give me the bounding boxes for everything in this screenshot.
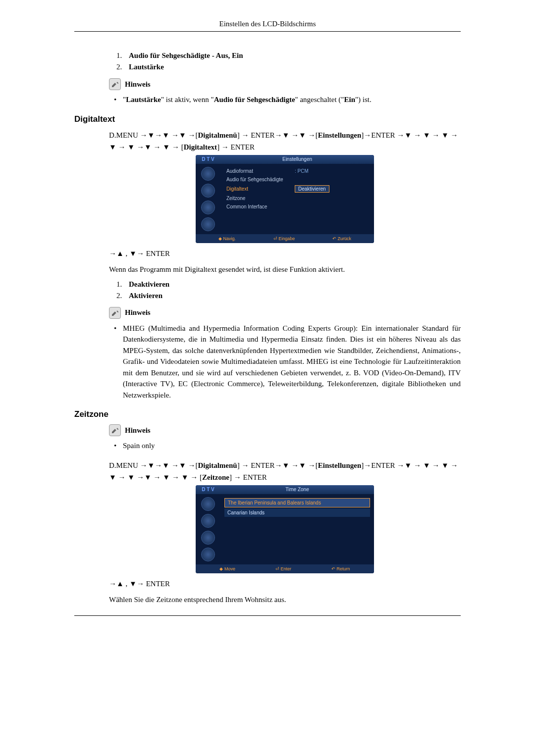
menu-title: Einstellungen <box>220 156 374 162</box>
hint-label: Hinweis <box>125 80 151 89</box>
hint-label: Hinweis <box>125 426 151 435</box>
pencil-note-icon <box>109 307 121 319</box>
nav-hint: ◆ Move <box>219 566 235 571</box>
nav-path: D.MENU →▼→▼ →▼ →[Digitalmenü] → ENTER→▼ … <box>109 129 461 153</box>
footer-rule <box>74 615 461 616</box>
menu-item-zeitzone: Zeitzone <box>226 196 291 201</box>
pencil-note-icon <box>109 78 121 90</box>
nav-path: →▲ , ▼→ ENTER <box>109 578 461 590</box>
list-item: MHEG (Multimedia and Hypermedia Informat… <box>109 323 461 401</box>
hint-block: Hinweis <box>109 78 461 90</box>
list-item: Deaktivieren <box>124 280 461 289</box>
menu-selected-value: Deaktivieren <box>295 185 329 193</box>
tv-menu-einstellungen: D T V Einstellungen Audioformat: PCM Aud… <box>196 155 374 243</box>
menu-item-audioformat: Audioformat <box>226 168 291 174</box>
section-digitaltext: Digitaltext <box>74 114 461 124</box>
timezone-option-selected: The Iberian Peninsula and Balears Island… <box>224 498 370 507</box>
nav-path: D.MENU →▼→▼ →▼ →[Digitalmenü] → ENTER→▼ … <box>109 459 461 483</box>
list-item: "Lautstärke" ist aktiv, wenn "Audio für … <box>109 94 461 105</box>
language-icon <box>201 217 215 231</box>
intro-list: Audio für Sehgeschädigte - Aus, Ein Laut… <box>124 51 461 71</box>
gear-icon <box>201 201 215 214</box>
menu-item-ci: Common Interface <box>226 204 291 209</box>
return-hint: ↶ Return <box>331 566 350 571</box>
globe-icon <box>201 167 215 181</box>
timezone-option: Canarian Islands <box>224 508 370 517</box>
epg-icon <box>201 184 215 198</box>
dtv-label: D T V <box>196 156 220 162</box>
globe-icon <box>201 497 215 511</box>
hint-block: Hinweis <box>109 424 461 436</box>
description: Wählen Sie die Zeitzone entsprechend Ihr… <box>109 594 461 605</box>
menu-item-audio-desc: Audio für Sehgeschädigte <box>226 177 283 182</box>
list-item: Aktivieren <box>124 292 461 300</box>
section-zeitzone: Zeitzone <box>74 409 461 419</box>
epg-icon <box>201 514 215 528</box>
menu-item-digitaltext: Digitaltext <box>226 186 291 192</box>
list-item: Spain only <box>109 440 461 452</box>
dtv-label: D T V <box>196 487 220 492</box>
description: Wenn das Programm mit Digitaltext gesend… <box>109 264 461 275</box>
menu-value: : PCM <box>295 168 309 174</box>
enter-hint: ⏎ Eingabe <box>273 236 295 241</box>
language-icon <box>201 548 215 561</box>
list-item: Lautstärke <box>124 63 461 71</box>
list-item: Audio für Sehgeschädigte - Aus, Ein <box>124 51 461 60</box>
page-header: Einstellen des LCD-Bildschirms <box>74 20 461 29</box>
gear-icon <box>201 531 215 545</box>
return-hint: ↶ Zurück <box>332 236 351 241</box>
tv-menu-timezone: D T V Time Zone The Iberian Peninsula an… <box>196 485 374 573</box>
enter-hint: ⏎ Enter <box>275 566 291 571</box>
hint-block: Hinweis <box>109 307 461 319</box>
menu-title: Time Zone <box>220 487 374 492</box>
options-list: Deaktivieren Aktivieren <box>124 280 461 300</box>
hint-label: Hinweis <box>125 308 151 317</box>
nav-path: →▲ , ▼→ ENTER <box>109 248 461 259</box>
nav-hint: ◆ Navig. <box>218 236 236 241</box>
pencil-note-icon <box>109 424 121 436</box>
